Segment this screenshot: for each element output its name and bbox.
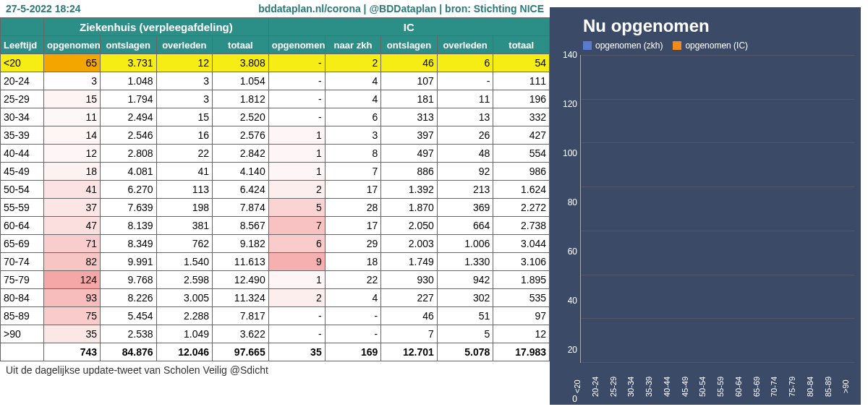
cell-right: 1 [268, 126, 325, 145]
table-row: 55-59377.6391987.8745281.8703692.272 [1, 199, 550, 217]
cell-right: - [325, 307, 381, 325]
cell-left: 9.768 [101, 271, 157, 289]
table-row: 35-39142.546162.5761339726427 [1, 126, 550, 145]
cell-left: 113 [156, 181, 213, 199]
cell-right: 13 [437, 108, 493, 126]
cell-right: 29 [325, 235, 381, 253]
cell-right: - [268, 72, 325, 90]
x-label: 20-24 [591, 369, 609, 405]
cell-left: 11 [44, 108, 101, 126]
x-label: 45-49 [681, 369, 699, 405]
data-table: Ziekenhuis (verpleegafdeling) IC Leeftij… [0, 17, 550, 361]
cell-left: 3 [156, 90, 213, 108]
cell-left: 7.817 [213, 307, 269, 325]
cell-left: 11.613 [213, 253, 269, 271]
cell-left: 35 [44, 325, 101, 343]
cell-left: 3 [156, 72, 213, 90]
x-label: 25-29 [609, 369, 627, 405]
cell-age: <20 [1, 54, 44, 72]
cell-age: >90 [1, 325, 44, 343]
cell-right: 17 [325, 217, 381, 235]
cell-left: 124 [44, 271, 101, 289]
col-left-3: totaal [213, 36, 269, 54]
cell-left: 1.049 [156, 325, 213, 343]
cell-right: 5 [268, 199, 325, 217]
cell-right: 8 [325, 145, 381, 163]
header-bar: 27-5-2022 18:24 bddataplan.nl/corona | @… [0, 0, 550, 17]
cell-right: 1.330 [437, 253, 493, 271]
swatch-orange [673, 41, 681, 50]
cell-age: 20-24 [1, 72, 44, 90]
cell-left: 6.424 [213, 181, 269, 199]
cell-left: 8.226 [101, 289, 157, 307]
cell-right: 930 [381, 271, 438, 289]
col-age: Leeftijd [1, 36, 44, 54]
table-row: >90352.5381.0493.622--7512 [1, 325, 550, 343]
cell-left: 14 [44, 126, 101, 145]
cell-right: 886 [381, 163, 438, 181]
col-left-2: overleden [156, 36, 213, 54]
cell-right: - [268, 307, 325, 325]
cell-left: 7.639 [101, 199, 157, 217]
table-row: 45-49184.081414.1401788692986 [1, 163, 550, 181]
cell-right: 986 [493, 163, 550, 181]
cell-right: - [268, 54, 325, 72]
cell-left: 82 [44, 253, 101, 271]
col-right-3: overleden [437, 36, 493, 54]
cell-right: 2.003 [381, 235, 438, 253]
col-right-0: opgenomen [268, 36, 325, 54]
cell-left: 47 [44, 217, 101, 235]
grid-line [581, 99, 855, 100]
x-label: 55-59 [716, 369, 734, 405]
cell-right: - [268, 90, 325, 108]
x-label: 75-79 [788, 369, 806, 405]
table-row: 80-84938.2263.00511.32424227302535 [1, 289, 550, 307]
cell-right: 4 [325, 90, 381, 108]
cell-right: 1.006 [437, 235, 493, 253]
cell-right: 1 [268, 271, 325, 289]
cell-right: 6 [268, 235, 325, 253]
col-right-2: ontslagen [381, 36, 438, 54]
cell-left: 4.140 [213, 163, 269, 181]
hdr-group-left: Ziekenhuis (verpleegafdeling) [44, 18, 269, 36]
table-row: 20-2431.04831.054-4107-111 [1, 72, 550, 90]
cell-right: 535 [493, 289, 550, 307]
cell-right: 1.392 [381, 181, 438, 199]
cell-left: 65 [44, 54, 101, 72]
cell-right: 302 [437, 289, 493, 307]
table-row: 70-74829.9911.54011.6139181.7491.3303.10… [1, 253, 550, 271]
cell-left: 12 [44, 145, 101, 163]
cell-age: 25-29 [1, 90, 44, 108]
cell-age: 40-44 [1, 145, 44, 163]
cell-right: 2.272 [493, 199, 550, 217]
cell-left: 75 [44, 307, 101, 325]
cell-left: 1.054 [213, 72, 269, 90]
cell-left: 2.808 [101, 145, 157, 163]
legend-item-zkh: opgenomen (zkh) [583, 40, 663, 51]
cell-age: 65-69 [1, 235, 44, 253]
cell-right: 7 [381, 325, 438, 343]
cell-right: - [437, 72, 493, 90]
table-row: 60-64478.1393818.5677172.0506642.738 [1, 217, 550, 235]
cell-left: 41 [44, 181, 101, 199]
x-label: 65-69 [752, 369, 770, 405]
cell-age: 60-64 [1, 217, 44, 235]
cell-right: 1 [268, 145, 325, 163]
cell-left: 15 [156, 108, 213, 126]
cell-right: 2 [268, 181, 325, 199]
x-label: 40-44 [663, 369, 681, 405]
cell-left: 5.454 [101, 307, 157, 325]
cell-left: 11.324 [213, 289, 269, 307]
footnote: Uit de dagelijkse update-tweet van Schol… [0, 361, 550, 379]
cell-left: 1.794 [101, 90, 157, 108]
cell-left: 6.270 [101, 181, 157, 199]
cell-right: 196 [493, 90, 550, 108]
cell-left: 2.520 [213, 108, 269, 126]
cell-left: 2.598 [156, 271, 213, 289]
table-row: 30-34112.494152.520-631313332 [1, 108, 550, 126]
x-label: >90 [841, 369, 859, 405]
cell-left: 8.139 [101, 217, 157, 235]
cell-left: 762 [156, 235, 213, 253]
cell-left: 2.842 [213, 145, 269, 163]
y-tick: 20 [568, 345, 577, 355]
